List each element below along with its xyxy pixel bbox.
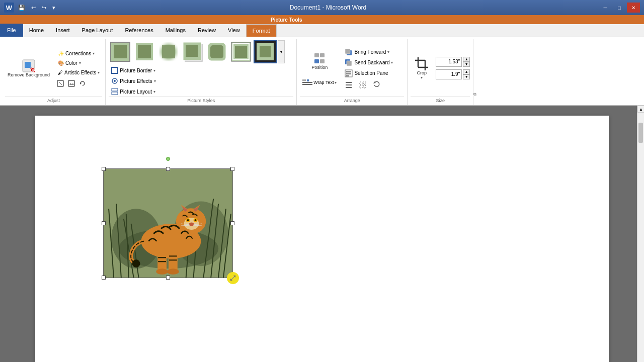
picture-style-2[interactable] (133, 40, 156, 63)
svg-point-98 (167, 268, 179, 275)
handle-rotate[interactable] (166, 157, 170, 161)
svg-point-81 (195, 219, 197, 221)
color-dropdown-icon: ▾ (79, 61, 81, 65)
width-input[interactable]: 1.9" (436, 69, 462, 79)
tiger-selection-box (103, 168, 233, 278)
picture-border-button[interactable]: Picture Border ▾ (109, 65, 158, 75)
height-input[interactable]: 1.53" (436, 57, 462, 67)
svg-line-6 (59, 82, 62, 85)
height-up-button[interactable]: ▲ (463, 57, 470, 62)
bring-forward-label: Bring Forward (354, 49, 386, 55)
resize-arrow-icon (229, 275, 236, 282)
compress-pictures-button[interactable] (55, 79, 65, 88)
corrections-button[interactable]: ✨ Corrections ▾ (55, 49, 102, 58)
tab-review[interactable]: Review (192, 24, 222, 37)
tiger-image-container[interactable] (103, 168, 233, 278)
customize-qa-button[interactable]: ▾ (50, 4, 57, 12)
crop-label: Crop (417, 71, 427, 76)
picture-style-1[interactable] (109, 40, 132, 63)
handle-bottom-left[interactable] (102, 276, 106, 280)
picture-layout-button[interactable]: Picture Layout ▾ (109, 86, 158, 97)
tiger-image (104, 169, 232, 278)
wrap-text-button[interactable]: Wrap Text ▾ (300, 75, 339, 90)
crop-button[interactable]: Crop ▾ (411, 55, 433, 82)
vertical-scrollbar[interactable]: ▲ ▼ (637, 106, 644, 362)
picture-style-5[interactable] (205, 40, 228, 63)
handle-middle-right[interactable] (230, 221, 234, 225)
svg-point-80 (187, 219, 189, 221)
svg-rect-49 (346, 87, 352, 88)
picture-tools-label: Picture Tools (271, 17, 302, 23)
resize-cursor-indicator[interactable] (227, 272, 239, 284)
handle-top-right[interactable] (230, 167, 234, 171)
picture-style-7-active[interactable] (254, 40, 277, 63)
quick-access-toolbar: 💾 ↩ ↪ ▾ (16, 4, 57, 12)
handle-middle-left[interactable] (102, 221, 106, 225)
svg-rect-10 (114, 45, 127, 58)
color-button[interactable]: 🎨 Color ▾ (55, 59, 102, 67)
tab-references[interactable]: References (119, 24, 159, 37)
save-qa-button[interactable]: 💾 (16, 4, 27, 12)
align-button[interactable] (342, 80, 355, 90)
color-label: Color (65, 60, 77, 66)
rotate-button[interactable] (370, 80, 383, 90)
group-button[interactable] (356, 80, 369, 90)
svg-rect-30 (112, 92, 118, 95)
svg-rect-17 (186, 45, 198, 57)
tab-view[interactable]: View (222, 24, 246, 37)
svg-point-99 (132, 259, 140, 267)
ribbon-group-picture-styles: ▾ Picture Border ▾ Picture Effects ▾ Pic… (106, 39, 297, 105)
tab-insert[interactable]: Insert (50, 24, 76, 37)
picture-layout-dropdown: ▾ (153, 89, 155, 94)
styles-scroll-down[interactable]: ▾ (278, 40, 285, 63)
send-backward-button[interactable]: Send Backward ▾ (342, 58, 395, 68)
tab-home[interactable]: Home (23, 24, 50, 37)
change-picture-button[interactable] (66, 79, 76, 88)
remove-background-button[interactable]: ✕ Remove Background (5, 53, 52, 83)
picture-style-3[interactable] (157, 40, 180, 63)
svg-rect-26 (112, 67, 118, 73)
artistic-effects-button[interactable]: 🖌 Artistic Effects ▾ (55, 68, 102, 77)
tab-format[interactable]: Format (246, 24, 277, 37)
selection-pane-button[interactable]: Selection Pane (342, 68, 395, 78)
handle-bottom-center[interactable] (166, 276, 170, 280)
ribbon-group-size: Crop ▾ 1.53" ▲ ▼ 1.9" ▲ ▼ (408, 39, 473, 105)
picture-effects-button[interactable]: Picture Effects ▾ (109, 76, 158, 86)
scrollbar-thumb[interactable] (638, 123, 643, 143)
scrollbar-up-button[interactable]: ▲ (637, 106, 644, 113)
svg-rect-22 (235, 46, 247, 58)
maximize-button[interactable]: □ (613, 3, 626, 13)
wrap-text-icon (302, 78, 312, 86)
svg-rect-50 (360, 82, 362, 84)
size-expand-button[interactable]: ⧉ (473, 92, 476, 97)
document-page (35, 116, 609, 362)
width-up-button[interactable]: ▲ (463, 69, 470, 74)
corrections-dropdown-icon: ▾ (93, 51, 95, 56)
position-button[interactable]: Position (300, 47, 339, 74)
width-down-button[interactable]: ▼ (463, 74, 470, 79)
tab-page-layout[interactable]: Page Layout (76, 24, 119, 37)
arrange-group-label: Arrange (300, 97, 404, 104)
svg-rect-42 (347, 61, 352, 66)
svg-rect-46 (346, 75, 349, 76)
handle-top-center[interactable] (166, 167, 170, 171)
tab-mailings[interactable]: Mailings (159, 24, 192, 37)
picture-style-6[interactable] (229, 40, 253, 63)
picture-style-4[interactable] (181, 40, 204, 63)
position-icon (312, 51, 327, 65)
handle-top-left[interactable] (102, 167, 106, 171)
svg-rect-32 (320, 53, 325, 57)
arrange-group-content: Position Wrap Text ▾ Bring Forward ▾ (300, 40, 395, 97)
undo-qa-button[interactable]: ↩ (29, 4, 38, 12)
redo-qa-button[interactable]: ↪ (40, 4, 48, 12)
svg-point-97 (156, 268, 168, 275)
ribbon-tab-bar: File Home Insert Page Layout References … (0, 24, 644, 37)
ribbon: ✕ Remove Background ✨ Corrections ▾ 🎨 Co… (0, 37, 644, 106)
bring-forward-button[interactable]: Bring Forward ▾ (342, 47, 395, 57)
send-backward-label: Send Backward (354, 60, 389, 65)
tab-file[interactable]: File (0, 24, 23, 37)
close-button[interactable]: ✕ (627, 3, 640, 13)
height-down-button[interactable]: ▼ (463, 62, 470, 67)
reset-picture-button[interactable] (77, 79, 88, 88)
minimize-button[interactable]: ─ (599, 3, 612, 13)
